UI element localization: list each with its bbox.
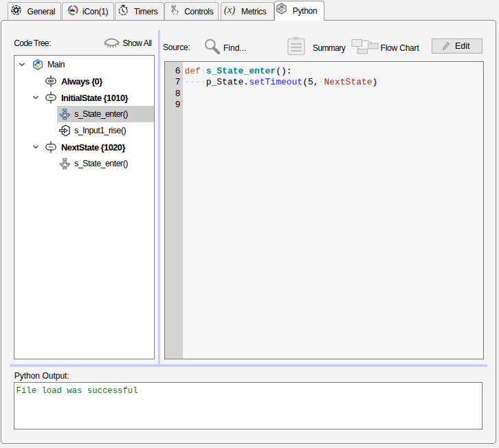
- svg-text:State: State: [48, 145, 54, 148]
- svg-text:State: State: [48, 96, 54, 99]
